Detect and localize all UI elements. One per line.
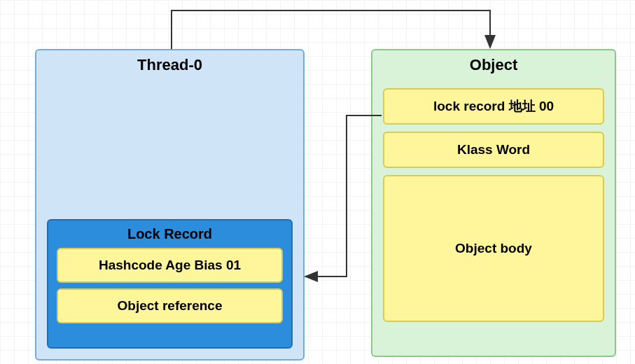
object-reference-field: Object reference xyxy=(57,288,283,323)
lock-record-address-field: lock record 地址 00 xyxy=(383,88,604,125)
object-body-field: Object body xyxy=(383,175,604,322)
object-box: Object lock record 地址 00 Klass Word Obje… xyxy=(371,49,616,357)
thread-title: Thread-0 xyxy=(36,50,303,74)
arrow-lockaddr-to-hashcode xyxy=(305,115,382,276)
thread-box: Thread-0 Lock Record Hashcode Age Bias 0… xyxy=(35,49,305,360)
lock-record-box: Lock Record Hashcode Age Bias 01 Object … xyxy=(47,219,293,349)
hashcode-field: Hashcode Age Bias 01 xyxy=(57,248,283,283)
arrow-thread-to-object xyxy=(172,10,490,49)
klass-word-field: Klass Word xyxy=(383,132,604,168)
object-title: Object xyxy=(372,50,615,74)
lock-record-title: Lock Record xyxy=(48,220,291,242)
